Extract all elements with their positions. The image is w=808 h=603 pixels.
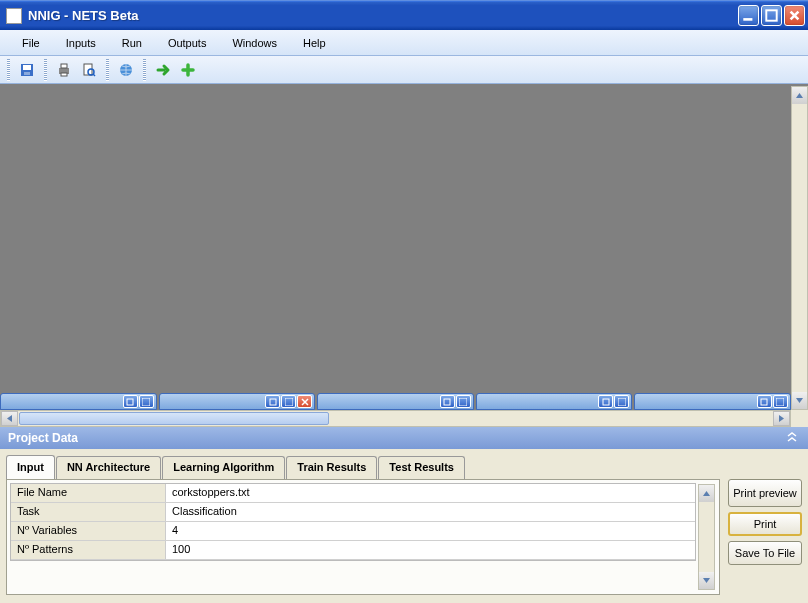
minimize-button[interactable]	[738, 5, 759, 26]
panel-body: Input NN Architecture Learning Algorithm…	[0, 449, 808, 601]
property-value: 100	[166, 541, 695, 559]
vertical-scrollbar[interactable]	[791, 86, 808, 410]
maximize-icon[interactable]	[773, 395, 788, 408]
tab-nn-architecture[interactable]: NN Architecture	[56, 456, 161, 480]
print-preview-button[interactable]: Print preview	[728, 479, 802, 507]
scroll-up-icon[interactable]	[792, 87, 807, 104]
svg-rect-21	[776, 398, 784, 406]
toolbar-separator	[44, 59, 47, 81]
property-label: File Name	[11, 484, 166, 502]
restore-icon[interactable]	[123, 395, 138, 408]
restore-icon[interactable]	[440, 395, 455, 408]
toolbar	[0, 56, 808, 84]
scroll-down-icon[interactable]	[792, 392, 807, 409]
svg-rect-4	[24, 72, 30, 75]
property-grid: File Name corkstoppers.txt Task Classifi…	[10, 483, 696, 561]
maximize-icon[interactable]	[614, 395, 629, 408]
minimized-window[interactable]	[317, 393, 474, 410]
property-scrollbar[interactable]	[698, 484, 715, 590]
restore-icon[interactable]	[265, 395, 280, 408]
side-buttons: Print preview Print Save To File	[728, 455, 802, 595]
tab-test-results[interactable]: Test Results	[378, 456, 465, 480]
toolbar-separator	[106, 59, 109, 81]
svg-rect-13	[142, 398, 150, 406]
horizontal-scrollbar[interactable]	[0, 410, 791, 427]
window-buttons	[738, 5, 805, 26]
tabs-area: Input NN Architecture Learning Algorithm…	[6, 455, 720, 595]
property-value: corkstoppers.txt	[166, 484, 695, 502]
maximize-icon[interactable]	[456, 395, 471, 408]
svg-line-10	[93, 74, 95, 76]
add-icon[interactable]	[177, 59, 199, 81]
svg-rect-15	[285, 398, 293, 406]
restore-icon[interactable]	[598, 395, 613, 408]
menu-inputs[interactable]: Inputs	[54, 34, 108, 52]
svg-rect-6	[61, 64, 67, 68]
svg-rect-12	[127, 399, 133, 405]
svg-rect-18	[603, 399, 609, 405]
print-preview-icon[interactable]	[78, 59, 100, 81]
restore-icon[interactable]	[757, 395, 772, 408]
print-button[interactable]: Print	[728, 512, 802, 536]
menubar: File Inputs Run Outputs Windows Help	[0, 30, 808, 56]
project-data-panel: Project Data Input NN Architecture Learn…	[0, 427, 808, 601]
close-icon[interactable]	[297, 395, 312, 408]
svg-rect-0	[743, 18, 752, 21]
tab-content: File Name corkstoppers.txt Task Classifi…	[6, 479, 720, 595]
property-row: Nº Variables 4	[11, 522, 695, 541]
save-to-file-button[interactable]: Save To File	[728, 541, 802, 565]
tab-row: Input NN Architecture Learning Algorithm…	[6, 455, 720, 479]
menu-windows[interactable]: Windows	[220, 34, 289, 52]
titlebar: NNIG - NETS Beta	[0, 0, 808, 30]
property-label: Task	[11, 503, 166, 521]
svg-rect-17	[459, 398, 467, 406]
print-icon[interactable]	[53, 59, 75, 81]
minimized-window[interactable]	[476, 393, 633, 410]
scroll-up-icon[interactable]	[699, 485, 714, 502]
collapse-icon[interactable]	[784, 431, 800, 445]
property-value: 4	[166, 522, 695, 540]
svg-rect-7	[61, 73, 67, 76]
property-row: Task Classification	[11, 503, 695, 522]
panel-header: Project Data	[0, 427, 808, 449]
window-title: NNIG - NETS Beta	[28, 8, 738, 23]
minimized-window[interactable]	[0, 393, 157, 410]
maximize-icon[interactable]	[139, 395, 154, 408]
panel-title: Project Data	[8, 431, 78, 445]
property-label: Nº Variables	[11, 522, 166, 540]
property-row: Nº Patterns 100	[11, 541, 695, 560]
scroll-left-icon[interactable]	[1, 411, 18, 426]
svg-rect-3	[23, 65, 31, 70]
menu-outputs[interactable]: Outputs	[156, 34, 219, 52]
scrollbar-thumb[interactable]	[19, 412, 329, 425]
property-label: Nº Patterns	[11, 541, 166, 559]
minimized-windows	[0, 393, 791, 410]
menu-help[interactable]: Help	[291, 34, 338, 52]
scroll-down-icon[interactable]	[699, 572, 714, 589]
svg-rect-16	[444, 399, 450, 405]
toolbar-separator	[7, 59, 10, 81]
scroll-right-icon[interactable]	[773, 411, 790, 426]
svg-rect-19	[618, 398, 626, 406]
tab-learning-algorithm[interactable]: Learning Algorithm	[162, 456, 285, 480]
property-value: Classification	[166, 503, 695, 521]
app-icon	[6, 8, 22, 24]
close-button[interactable]	[784, 5, 805, 26]
go-icon[interactable]	[152, 59, 174, 81]
svg-rect-20	[761, 399, 767, 405]
tab-train-results[interactable]: Train Results	[286, 456, 377, 480]
maximize-icon[interactable]	[281, 395, 296, 408]
globe-icon[interactable]	[115, 59, 137, 81]
svg-rect-1	[766, 10, 776, 20]
save-icon[interactable]	[16, 59, 38, 81]
menu-file[interactable]: File	[10, 34, 52, 52]
minimized-window[interactable]	[159, 393, 316, 410]
svg-rect-14	[270, 399, 276, 405]
menu-run[interactable]: Run	[110, 34, 154, 52]
mdi-area	[0, 84, 808, 427]
maximize-button[interactable]	[761, 5, 782, 26]
toolbar-separator	[143, 59, 146, 81]
minimized-window[interactable]	[634, 393, 791, 410]
scroll-corner	[791, 410, 808, 427]
tab-input[interactable]: Input	[6, 455, 55, 479]
